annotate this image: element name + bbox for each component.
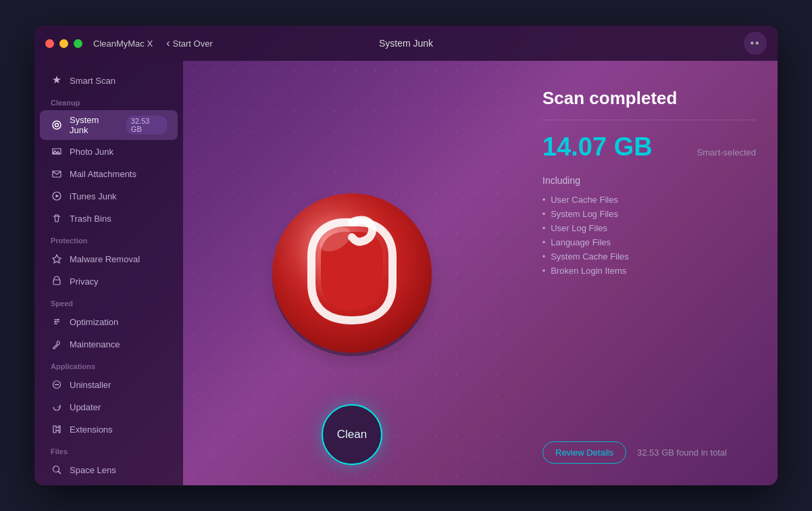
maintenance-label: Maintenance <box>70 339 120 349</box>
list-item: User Log Files <box>542 221 756 235</box>
minimize-button[interactable] <box>59 39 68 48</box>
sidebar-item-mail-attachments[interactable]: Mail Attachments <box>40 163 178 185</box>
size-row: 14.07 GB Smart-selected <box>542 132 756 162</box>
sidebar-item-optimization[interactable]: Optimization <box>40 311 178 333</box>
sidebar-item-large-old-files[interactable]: Large & Old Files <box>40 481 178 485</box>
svg-line-13 <box>59 472 61 474</box>
file-list: User Cache Files System Log Files User L… <box>542 193 756 278</box>
traffic-lights <box>45 39 82 48</box>
list-item: User Cache Files <box>542 193 756 207</box>
privacy-icon <box>51 275 63 287</box>
found-total-text: 32.53 GB found in total <box>637 447 727 458</box>
list-item: System Cache Files <box>542 249 756 264</box>
size-value: 14.07 GB <box>542 132 653 162</box>
content-area: Clean Scan completed 14.07 GB Smart-sele… <box>183 61 778 485</box>
logo-area: Clean <box>183 61 521 485</box>
malware-icon <box>51 253 63 265</box>
scan-completed-title: Scan completed <box>542 88 756 109</box>
section-files: Files <box>34 441 183 458</box>
svg-point-0 <box>53 121 61 129</box>
optimization-icon <box>51 316 63 328</box>
sidebar-item-trash-bins[interactable]: Trash Bins <box>40 208 178 229</box>
sidebar-item-uninstaller[interactable]: Uninstaller <box>40 374 178 395</box>
system-junk-label: System Junk <box>70 115 120 135</box>
titlebar: CleanMyMac X ‹ Start Over System Junk •• <box>34 26 778 61</box>
clean-button[interactable]: Clean <box>322 404 382 465</box>
main-layout: Smart Scan Cleanup System Junk 32.53 GB <box>34 61 778 485</box>
clean-button-wrapper: Clean <box>322 404 382 465</box>
sidebar-item-itunes-junk[interactable]: iTunes Junk <box>40 185 178 207</box>
smart-selected-label: Smart-selected <box>697 147 756 157</box>
svg-point-9 <box>57 319 59 320</box>
app-name: CleanMyMac X <box>93 39 153 49</box>
section-cleanup: Cleanup <box>34 92 183 110</box>
start-over-button[interactable]: ‹ Start Over <box>166 37 213 49</box>
updater-icon <box>51 401 63 413</box>
chevron-left-icon: ‹ <box>166 37 170 49</box>
sidebar-item-space-lens[interactable]: Space Lens <box>40 459 178 481</box>
list-item: System Log Files <box>542 207 756 221</box>
mail-attachments-label: Mail Attachments <box>70 169 136 179</box>
itunes-icon <box>51 190 63 202</box>
malware-removal-label: Malware Removal <box>70 254 140 264</box>
updater-label: Updater <box>70 402 101 412</box>
trash-icon <box>51 212 63 224</box>
app-window: CleanMyMac X ‹ Start Over System Junk ••… <box>34 26 778 485</box>
section-speed: Speed <box>34 293 183 310</box>
clean-button-label: Clean <box>337 428 367 441</box>
sidebar-item-maintenance[interactable]: Maintenance <box>40 333 178 355</box>
extensions-label: Extensions <box>70 424 113 435</box>
mail-icon <box>51 168 63 180</box>
sidebar: Smart Scan Cleanup System Junk 32.53 GB <box>34 61 183 485</box>
settings-button[interactable]: •• <box>744 32 767 55</box>
svg-point-1 <box>55 124 59 127</box>
bottom-row: Review Details 32.53 GB found in total <box>542 441 756 464</box>
dots-icon: •• <box>750 37 760 49</box>
sidebar-item-privacy[interactable]: Privacy <box>40 270 178 292</box>
sidebar-item-extensions[interactable]: Extensions <box>40 418 178 440</box>
section-protection: Protection <box>34 230 183 247</box>
uninstaller-label: Uninstaller <box>70 380 111 390</box>
smart-scan-label: Smart Scan <box>70 76 116 86</box>
fullscreen-button[interactable] <box>74 39 82 48</box>
sidebar-item-malware-removal[interactable]: Malware Removal <box>40 248 178 270</box>
itunes-junk-label: iTunes Junk <box>70 191 117 201</box>
svg-point-8 <box>55 321 56 322</box>
optimization-label: Optimization <box>70 317 118 327</box>
list-item: Broken Login Items <box>542 264 756 278</box>
space-lens-label: Space Lens <box>70 465 116 475</box>
smart-scan-icon <box>51 74 63 87</box>
list-item: Language Files <box>542 235 756 249</box>
trash-bins-label: Trash Bins <box>70 214 111 224</box>
sidebar-item-smart-scan[interactable]: Smart Scan <box>40 70 178 91</box>
app-logo <box>257 178 447 368</box>
section-applications: Applications <box>34 356 183 373</box>
including-label: Including <box>542 175 756 186</box>
right-panel: Scan completed 14.07 GB Smart-selected I… <box>521 61 778 485</box>
space-lens-icon <box>51 464 63 476</box>
photo-junk-label: Photo Junk <box>70 147 113 157</box>
privacy-label: Privacy <box>70 276 99 287</box>
photo-junk-icon <box>51 145 63 157</box>
sidebar-item-updater[interactable]: Updater <box>40 396 178 418</box>
system-junk-badge: 32.53 GB <box>126 116 167 135</box>
window-title: System Junk <box>379 38 433 49</box>
sidebar-item-system-junk[interactable]: System Junk 32.53 GB <box>40 110 178 140</box>
divider <box>542 120 756 120</box>
system-junk-icon <box>51 119 63 131</box>
uninstaller-icon <box>51 379 63 391</box>
review-details-button[interactable]: Review Details <box>542 441 626 464</box>
sidebar-item-photo-junk[interactable]: Photo Junk <box>40 141 178 162</box>
maintenance-icon <box>51 338 63 350</box>
extensions-icon <box>51 423 63 435</box>
close-button[interactable] <box>45 39 54 48</box>
svg-rect-4 <box>53 280 60 285</box>
